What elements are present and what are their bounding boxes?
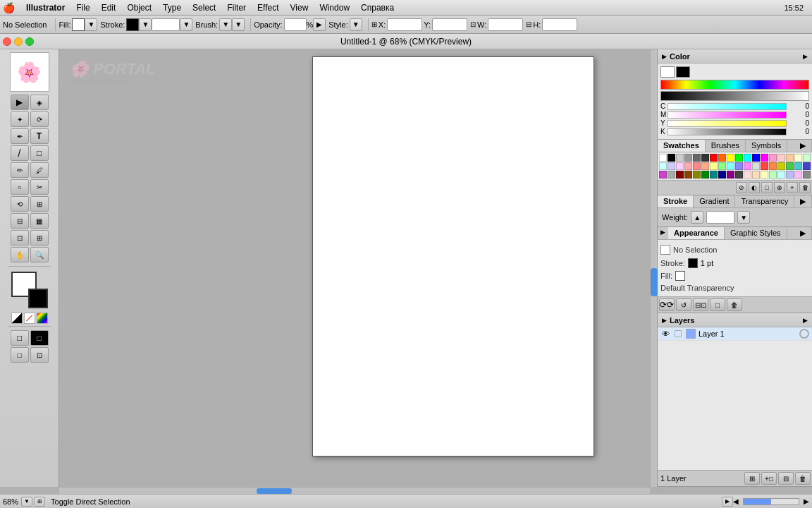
appearance-collapse[interactable]: ▶ — [658, 227, 668, 239]
mesh-tool[interactable]: ⊞ — [30, 196, 49, 212]
swatch-color[interactable] — [676, 171, 684, 179]
style-dropdown[interactable]: ▼ — [350, 18, 362, 31]
menu-file[interactable]: File — [70, 0, 95, 16]
menu-object[interactable]: Object — [121, 0, 157, 16]
menu-view[interactable]: View — [285, 0, 314, 16]
color-spectrum[interactable] — [660, 80, 809, 90]
swatch-none[interactable]: ⊘ — [736, 182, 747, 193]
scroll-thumb[interactable] — [651, 268, 658, 296]
swatch-color[interactable] — [794, 162, 802, 170]
zoom-tool[interactable]: 🔍 — [30, 247, 49, 262]
swatch-color[interactable] — [693, 162, 701, 170]
swatch-color[interactable] — [786, 162, 794, 170]
default-colors[interactable] — [11, 313, 23, 324]
swatch-color[interactable] — [744, 154, 751, 162]
blackwhite-spectrum[interactable] — [660, 91, 809, 101]
swatch-process[interactable]: □ — [761, 182, 773, 193]
swatch-color[interactable] — [803, 162, 811, 170]
y-input[interactable]: 0 mm — [432, 18, 467, 31]
menu-type[interactable]: Type — [157, 0, 187, 16]
swatch-delete[interactable]: 🗑 — [799, 182, 811, 193]
artboard[interactable] — [312, 56, 594, 456]
eyedropper-tool[interactable]: ▦ — [30, 213, 49, 229]
layer-visibility[interactable]: 👁 — [660, 329, 670, 339]
layers-panel-header[interactable]: ▶ Layers ▶ — [658, 313, 812, 327]
k-slider[interactable] — [668, 128, 787, 135]
close-button[interactable] — [3, 37, 11, 46]
maximize-button[interactable] — [25, 37, 34, 46]
hand-tool[interactable]: ✋ — [11, 247, 29, 262]
swatch-color[interactable] — [777, 171, 785, 179]
opacity-input[interactable]: 100 — [284, 18, 307, 31]
swatch-color[interactable] — [735, 171, 743, 179]
swatch-color[interactable] — [701, 162, 709, 170]
swatch-color[interactable] — [777, 162, 785, 170]
show-toggle[interactable]: ▶ — [722, 497, 733, 507]
swatch-color[interactable] — [676, 154, 684, 162]
layer-target[interactable] — [799, 329, 809, 339]
swatch-color[interactable] — [668, 154, 675, 162]
menu-illustrator[interactable]: Illustrator — [20, 0, 70, 16]
menu-help[interactable]: Справка — [355, 0, 400, 16]
bottom-scrollbar[interactable] — [59, 487, 650, 494]
color-mode[interactable] — [37, 313, 48, 324]
pencil-tool[interactable]: 🖊 — [30, 162, 49, 178]
swatch-color[interactable] — [761, 154, 768, 162]
color-panel-menu[interactable]: ▶ — [803, 53, 808, 60]
appearance-fill-color[interactable] — [675, 271, 685, 281]
swatch-color[interactable] — [752, 171, 760, 179]
layers-delete[interactable]: 🗑 — [795, 472, 811, 485]
stroke-menu[interactable]: ▶ — [794, 195, 812, 207]
scroll-right[interactable]: ▶ — [804, 497, 809, 505]
stroke-color-box[interactable] — [126, 18, 139, 31]
stroke-selector[interactable] — [676, 66, 690, 78]
swatch-color[interactable] — [803, 171, 811, 179]
swatch-color[interactable] — [718, 154, 726, 162]
appearance-btn-3[interactable]: ⊟⊡ — [693, 298, 708, 311]
menu-window[interactable]: Window — [314, 0, 355, 16]
menu-select[interactable]: Select — [187, 0, 221, 16]
swatch-color[interactable] — [769, 162, 777, 170]
canvas-area[interactable] — [257, 56, 650, 480]
layer-name[interactable]: Layer 1 — [699, 329, 796, 338]
layers-menu[interactable]: ▶ — [803, 317, 808, 324]
swatch-color[interactable] — [684, 162, 692, 170]
normal-view[interactable]: □ — [11, 330, 29, 346]
fill-dropdown[interactable]: ▼ — [85, 18, 97, 31]
swatch-color[interactable] — [710, 154, 718, 162]
presentation-mode[interactable]: □ — [11, 347, 29, 363]
swatch-color[interactable] — [761, 162, 768, 170]
appearance-btn-5[interactable]: 🗑 — [727, 298, 742, 311]
w-input[interactable]: 0 mm — [488, 18, 523, 31]
swatch-color[interactable] — [769, 154, 777, 162]
tab-swatches[interactable]: Swatches — [658, 140, 706, 152]
layers-add[interactable]: +□ — [761, 472, 777, 485]
zoom-dropdown[interactable]: ▼ — [21, 497, 32, 507]
swatch-color[interactable] — [701, 171, 709, 179]
swatch-color[interactable] — [752, 162, 760, 170]
menu-filter[interactable]: Filter — [221, 0, 252, 16]
minimize-button[interactable] — [14, 37, 23, 46]
layer-lock[interactable] — [673, 329, 683, 339]
tab-appearance[interactable]: Appearance — [668, 227, 725, 239]
graph-tool[interactable]: ⊡ — [11, 230, 29, 246]
swatch-color[interactable] — [735, 154, 743, 162]
swatch-color[interactable] — [701, 154, 709, 162]
blend-tool[interactable]: ⟲ — [11, 196, 29, 212]
h-input[interactable]: 0 mm — [542, 18, 577, 31]
swatch-spot[interactable]: ◐ — [749, 182, 760, 193]
line-tool[interactable]: / — [11, 145, 29, 161]
c-slider[interactable] — [668, 103, 787, 110]
x-input[interactable]: 0 mm — [387, 18, 422, 31]
selection-tool[interactable]: ▶ — [11, 95, 29, 110]
swatch-color[interactable] — [727, 171, 734, 179]
swatch-color[interactable] — [710, 171, 718, 179]
rotate-tool[interactable]: ○ — [11, 179, 29, 195]
none-swatch[interactable] — [24, 313, 35, 324]
swatch-color[interactable] — [684, 171, 692, 179]
opacity-dropdown[interactable]: ▶ — [313, 18, 326, 31]
zoom-fit[interactable]: ⊞ — [34, 497, 45, 507]
direct-selection-tool[interactable]: ◈ — [30, 95, 49, 110]
apple-menu[interactable]: 🍎 — [3, 2, 15, 13]
magic-wand-tool[interactable]: ✦ — [11, 111, 29, 127]
